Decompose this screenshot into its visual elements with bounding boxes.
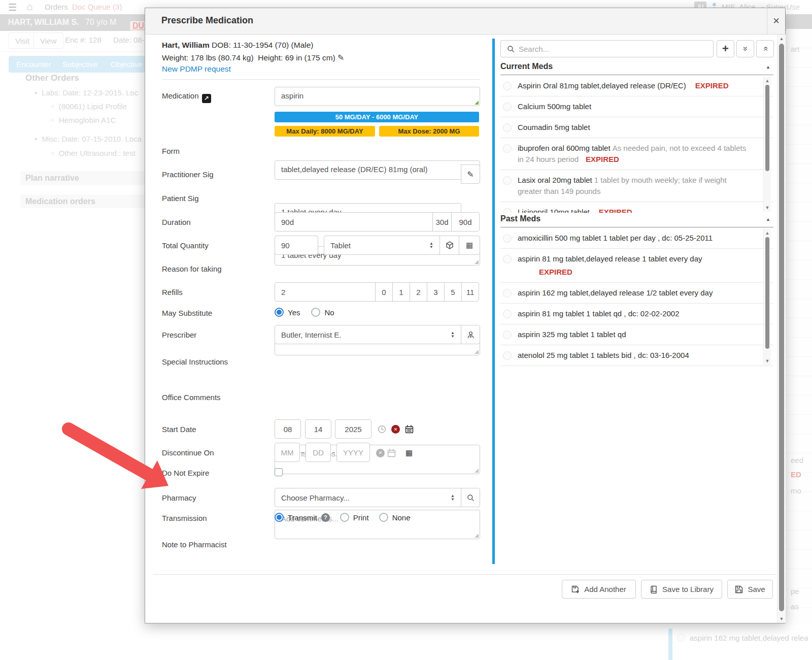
past-meds-list: amoxicillin 500 mg tablet 1 tablet per d… <box>500 228 773 366</box>
modal-title-bar: Prescribe Medication ✕ <box>145 8 785 35</box>
scrollbar-thumb[interactable] <box>765 237 769 349</box>
resize-handle[interactable] <box>475 534 479 538</box>
scroll-down-icon[interactable]: ▼ <box>777 616 786 621</box>
date-calculator-icon[interactable]: ▦ <box>405 448 413 457</box>
quantity-calculator-button[interactable]: ▦ <box>459 236 480 255</box>
past-med-row[interactable]: amoxicillin 500 mg tablet 1 tablet per d… <box>500 228 773 249</box>
start-month-input[interactable]: 08 <box>275 419 301 439</box>
refill-quick-button[interactable]: 11 <box>461 282 479 302</box>
current-med-row[interactable]: Coumadin 5mg tablet <box>500 117 773 138</box>
calendar-icon[interactable] <box>387 449 396 457</box>
footer-divider <box>153 574 776 575</box>
dc-year-input[interactable]: YYYY <box>336 443 370 462</box>
search-icon <box>507 45 515 53</box>
refill-quick-button[interactable]: 1 <box>392 282 410 302</box>
current-med-row[interactable]: ibuprofen oral 600mg tabletAs needed pai… <box>500 138 773 170</box>
meds-search-input[interactable]: Search... <box>500 40 714 57</box>
refill-quick-button[interactable]: 3 <box>427 282 445 302</box>
scroll-down-icon[interactable]: ▼ <box>764 205 771 210</box>
substitute-no-radio[interactable] <box>311 308 320 317</box>
save-to-library-button[interactable]: Save to Library <box>641 580 722 599</box>
edit-sig-button[interactable]: ✎ <box>461 164 480 184</box>
clock-icon[interactable] <box>378 425 386 434</box>
refill-quick-button[interactable]: 5 <box>444 282 462 302</box>
help-question-icon[interactable]: ? <box>321 513 330 522</box>
med-name: Lasix oral 20mg tablet <box>518 176 592 184</box>
close-icon[interactable]: ✕ <box>767 8 785 34</box>
clear-start-date-icon[interactable]: ✕ <box>391 425 400 434</box>
med-bullet-icon <box>503 103 512 111</box>
transmit-radio[interactable] <box>275 513 284 522</box>
duration-30d-button[interactable]: 30d <box>432 212 452 232</box>
edit-vitals-pencil-icon[interactable]: ✎ <box>337 53 344 62</box>
save-plus-icon <box>571 585 580 593</box>
refills-input[interactable]: 2 <box>275 282 376 302</box>
calendar-icon[interactable] <box>405 425 414 434</box>
scroll-up-icon[interactable]: ▲ <box>764 78 771 83</box>
scroll-up-icon[interactable]: ▲ <box>777 36 786 41</box>
new-pdmp-request-link[interactable]: New PDMP request <box>162 64 231 73</box>
doctor-icon <box>467 331 475 339</box>
prescriber-lookup-button[interactable] <box>461 325 480 344</box>
refills-label: Refills <box>162 288 183 296</box>
expand-all-button[interactable]: » <box>756 40 774 57</box>
current-med-row[interactable]: Lisinopril 10mg tabletEXPIRED <box>500 202 773 213</box>
current-med-row[interactable]: Lasix oral 20mg tablet1 tablet by mouth … <box>500 170 773 202</box>
select-arrows-icon: ▲▼ <box>451 494 455 501</box>
add-medication-button[interactable]: + <box>717 40 734 57</box>
current-med-row[interactable]: Aspirin Oral 81mg tablet,delayed release… <box>500 76 773 96</box>
scroll-down-icon[interactable]: ▼ <box>764 358 771 364</box>
select-arrows-icon: ▲▼ <box>429 242 433 249</box>
start-day-input[interactable]: 14 <box>305 419 331 439</box>
collapse-caret-icon[interactable]: ▲ <box>766 64 770 70</box>
refill-quick-button[interactable]: 0 <box>375 282 393 302</box>
past-meds-header[interactable]: Past Meds ▲ <box>500 214 773 227</box>
scroll-up-icon[interactable]: ▲ <box>764 230 771 236</box>
clear-dc-date-icon[interactable]: ✕ <box>376 449 385 457</box>
collapse-caret-icon[interactable]: ▲ <box>766 217 770 222</box>
substitute-yes-radio[interactable] <box>275 308 284 317</box>
cube-icon <box>446 241 454 249</box>
resize-handle[interactable] <box>475 101 479 105</box>
dc-day-input[interactable]: DD <box>306 443 331 462</box>
past-med-row[interactable]: aspirin 325 mg tablet 1 tablet qd <box>500 324 773 345</box>
duration-90d-button[interactable]: 90d <box>451 212 480 232</box>
external-link-icon[interactable]: ↗ <box>202 94 211 103</box>
save-button[interactable]: Save <box>727 580 773 599</box>
print-radio[interactable] <box>340 513 349 522</box>
collapse-all-button[interactable]: » <box>736 40 754 57</box>
past-med-row[interactable]: aspirin 81 mg tablet 1 tablet qd , dc: 0… <box>500 304 773 324</box>
current-meds-header[interactable]: Current Meds ▲ <box>500 62 773 75</box>
form-input[interactable]: tablet,delayed release (DR/EC) 81mg (ora… <box>275 160 480 180</box>
none-radio[interactable] <box>379 513 388 522</box>
resize-handle[interactable] <box>475 350 479 354</box>
start-year-input[interactable]: 2025 <box>335 419 371 439</box>
dc-month-input[interactable]: MM <box>275 443 300 462</box>
resize-handle[interactable] <box>475 260 479 264</box>
do-not-expire-checkbox[interactable] <box>275 468 283 476</box>
patient-height: Height: 69 in (175 cm) <box>258 53 335 62</box>
pharmacy-search-button[interactable] <box>461 488 480 507</box>
prescribe-medication-modal: Prescribe Medication ✕ Hart, William DOB… <box>145 8 786 623</box>
quantity-unit-select[interactable]: Tablet ▲▼ <box>324 236 440 255</box>
modal-scrollbar[interactable]: ▲ ▼ <box>777 35 786 623</box>
package-lookup-button[interactable] <box>439 236 459 255</box>
quantity-input[interactable]: 90 <box>275 236 318 255</box>
patient-summary-line: Hart, William DOB: 11-30-1954 (70) (Male… <box>162 41 314 50</box>
scrollbar-thumb[interactable] <box>765 85 769 171</box>
refill-quick-button[interactable]: 2 <box>410 282 427 302</box>
past-med-row[interactable]: aspirin 162 mg tablet,delayed release 1/… <box>500 283 773 304</box>
medication-input[interactable]: aspirin <box>275 87 480 106</box>
current-med-row[interactable]: Calcium 500mg tablet <box>500 96 773 117</box>
current-meds-scrollbar[interactable]: ▲ ▼ <box>763 77 771 212</box>
past-meds-scrollbar[interactable]: ▲ ▼ <box>763 229 771 365</box>
past-med-row[interactable]: aspirin 81 mg tablet,delayed release 1 t… <box>500 249 773 283</box>
duration-input[interactable]: 90d <box>275 212 433 232</box>
pharmacy-select[interactable]: Choose Pharmacy... ▲▼ <box>275 488 461 507</box>
resize-handle[interactable] <box>475 469 479 473</box>
duration-label: Duration <box>162 218 191 226</box>
add-another-button[interactable]: Add Another <box>562 580 636 599</box>
scrollbar-thumb[interactable] <box>779 44 784 611</box>
prescriber-select[interactable]: Butler, Internist E. ▲▼ <box>275 325 461 344</box>
past-med-row[interactable]: atenolol 25 mg tablet 1 tablets bid , dc… <box>500 345 773 366</box>
